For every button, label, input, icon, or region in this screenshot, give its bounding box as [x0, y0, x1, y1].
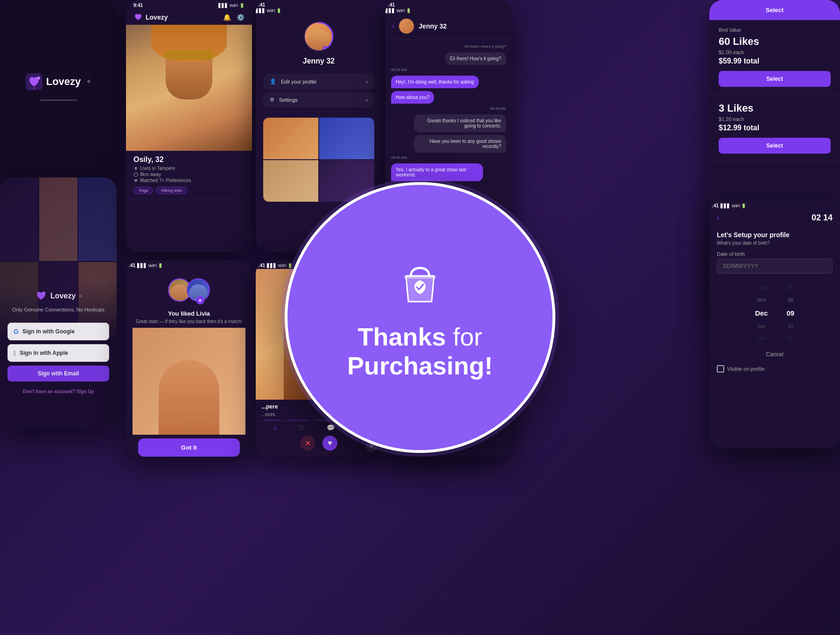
apple-icon: : [14, 349, 16, 357]
signal-icons-phone4: ▋▋▋ WiFi 🔋: [385, 8, 511, 13]
match-title: You liked Livia: [168, 310, 210, 317]
package1-select-button[interactable]: Select: [719, 71, 831, 87]
nav-logo-phone2: Lovezy: [133, 13, 168, 22]
package2-total: $12.99 total: [719, 124, 831, 132]
phone6-nav-chat-icon[interactable]: 💬: [327, 424, 335, 431]
phone8-back-icon[interactable]: ‹: [717, 214, 719, 222]
msg-time-1: Eli there! How's it going?: [391, 44, 506, 49]
status-bar-phone4: 9:41 ▋▋▋ WiFi 🔋: [385, 0, 511, 13]
dont-have-account: Don't have an account? Sign Up: [23, 389, 94, 394]
matched-text: Matched 7+ Preferences: [140, 178, 191, 183]
sign-up-link[interactable]: Sign Up: [77, 389, 94, 394]
day-11: 11: [784, 334, 797, 343]
overlay-bag-icon: [392, 255, 448, 313]
onboarding-content: Lovezy ✧ Only Genuine Connections, No Ho…: [7, 289, 109, 394]
progress-ring: [302, 20, 335, 53]
match-subtitle: Great start — if they like you back then…: [136, 319, 242, 324]
profile-matched: Matched 7+ Preferences: [133, 178, 245, 183]
status-bar-phone3: 9:41 ▋▋▋ WiFi 🔋: [256, 0, 382, 13]
day-picker: 07 08 09 10 11: [783, 283, 798, 343]
package2-each: $1.20 each: [719, 116, 831, 122]
pricing-top-select[interactable]: Select: [709, 0, 840, 20]
overlay-purchasing: Purchasing!: [347, 352, 493, 380]
month-jan: Jan: [754, 322, 770, 331]
msg-time-2: 09:25 AM: [391, 68, 506, 72]
profile-tags-phone2: Yoga Hiking trips: [133, 187, 245, 194]
overlay-title: Thanks for Purchasing!: [347, 322, 493, 380]
google-icon: G: [14, 328, 19, 335]
phone8-cancel-wrapper: Cancel: [709, 351, 840, 358]
settings-left: ⚙ Settings: [270, 97, 298, 103]
bell-icon[interactable]: 🔔: [223, 14, 231, 21]
svg-rect-8: [404, 275, 436, 279]
chat-header: ‹ Jenny 32: [385, 13, 511, 40]
action-bar-phone2: ✕ ♥: [126, 199, 252, 252]
svg-point-3: [43, 292, 45, 294]
phone8-date-picker[interactable]: Oct Nov Dec Jan Feb 07 08 09 10 11: [709, 278, 840, 347]
email-btn-label: Sign with Email: [38, 370, 79, 377]
month-picker: Oct Nov Dec Jan Feb: [751, 283, 772, 343]
profile-photo-phone2: [126, 25, 252, 151]
phone8-time-display: 02 14: [812, 213, 833, 223]
signal-icons-phone3: ▋▋▋ WiFi 🔋: [256, 8, 382, 13]
splash-logo-text: Lovezy: [46, 76, 81, 88]
phone-match-notification: 9:41 ▋▋▋ WiFi 🔋 ♥ You liked Livia Great …: [126, 261, 252, 457]
package2-select-button[interactable]: Select: [719, 138, 831, 154]
sign-in-email-button[interactable]: Sign with Email: [7, 366, 109, 381]
day-10: 10: [784, 322, 797, 331]
edit-profile-label: Edit your profile: [281, 79, 316, 85]
match-avatars: ♥: [168, 278, 210, 302]
chat-msg-2: Hey!, I'm doing well, thanks for asking: [391, 76, 479, 88]
edit-profile-item[interactable]: 👤 Edit your profile ›: [263, 74, 374, 89]
profile-info-phone2: Osily, 32 Lives in Tampere 8km away Matc…: [126, 151, 252, 199]
lovezy-logo-icon: ✦: [26, 73, 42, 90]
match-icon: [133, 178, 138, 183]
signal-phone6: ▋▋▋ WiFi 🔋: [267, 263, 293, 268]
nav-actions-phone2: 🔔 ⚙️: [223, 14, 245, 21]
phone6-like-btn[interactable]: ♥: [322, 436, 337, 451]
phone6-dislike-btn[interactable]: ✕: [300, 436, 315, 451]
shopping-bag-shield-icon: [392, 255, 448, 311]
splash-divider: [40, 99, 77, 101]
phone8-dob-input[interactable]: [717, 259, 833, 274]
onboarding-logo-icon: [35, 289, 48, 303]
month-feb: Feb: [754, 334, 769, 343]
phone8-dob-label: Date of birth: [717, 251, 833, 257]
day-08: 08: [784, 295, 797, 304]
sign-in-google-button[interactable]: G Sign in with Google: [7, 323, 109, 340]
location-icon: [133, 166, 138, 171]
dont-have-text: Don't have an account?: [23, 389, 75, 394]
sign-in-apple-button[interactable]:  Sign in with Apple: [7, 344, 109, 362]
settings-icon[interactable]: ⚙️: [237, 14, 245, 21]
phone6-nav-home-icon[interactable]: ⌂: [273, 424, 277, 431]
best-value-badge: Best Value: [719, 28, 831, 33]
settings-item[interactable]: ⚙ Settings ›: [263, 92, 374, 107]
phone-onboarding: Lovezy ✧ Only Genuine Connections, No Ho…: [0, 177, 117, 430]
profile-distance: 8km away: [133, 172, 245, 177]
back-arrow-icon[interactable]: ‹: [392, 22, 394, 30]
month-nov: Nov: [753, 295, 770, 304]
phone8-visible-toggle: Visible on profile: [709, 361, 840, 376]
match-heart-badge: ♥: [196, 296, 204, 304]
month-oct: Oct: [754, 283, 769, 292]
chevron-right-settings-icon: ›: [366, 97, 368, 103]
phone-dob-setup: 9:41 ▋▋▋ WiFi 🔋 ‹ 02 14 Let's Setup your…: [709, 201, 840, 448]
chat-msg-1: Eli there! How's it going?: [445, 52, 506, 65]
month-dec-active: Dec: [751, 307, 772, 319]
got-it-button[interactable]: Got It: [138, 438, 240, 457]
svg-point-5: [134, 173, 138, 176]
chat-msg-3: How about you?: [391, 91, 434, 104]
match-photos-bg: [133, 328, 245, 435]
visible-label: Visible on profile: [727, 366, 765, 372]
jenny-name: Jenny 32: [303, 57, 335, 65]
status-bar-phone8: 9:41 ▋▋▋ WiFi 🔋: [709, 201, 840, 209]
visible-checkbox[interactable]: [717, 365, 724, 373]
status-bar-phone2: 9:41 ▋▋▋ WiFi 🔋: [126, 0, 252, 10]
package1-each: $1.00 each: [719, 49, 831, 55]
phone6-nav-heart-icon[interactable]: ♡: [299, 424, 305, 431]
location-text: Lives in Tampere: [140, 166, 175, 171]
phone-profile-card: 9:41 ▋▋▋ WiFi 🔋 Lovezy 🔔 ⚙️: [126, 0, 252, 252]
chat-avatar: [399, 19, 414, 34]
chat-msg-5: Have you been to any good shows recently…: [414, 135, 506, 153]
phone8-cancel-button[interactable]: Cancel: [766, 351, 783, 358]
